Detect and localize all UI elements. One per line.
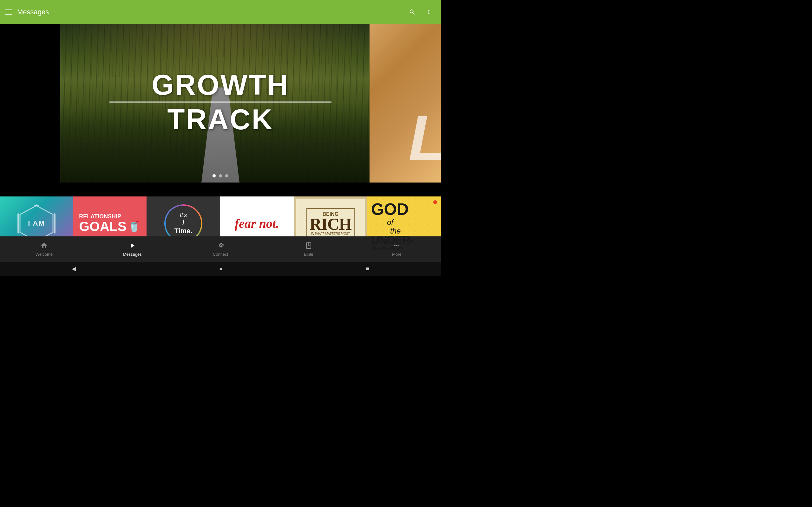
rich-main-label: RICH xyxy=(310,217,351,232)
goals-text-block: RELATIONSHIP GOALS 🥤 xyxy=(79,214,140,233)
time-slash-icon: / xyxy=(183,219,184,227)
system-nav-bar: ◀ ● ■ xyxy=(0,262,441,276)
time-its-label: It's xyxy=(180,212,187,219)
hero-left-panel xyxy=(0,24,60,182)
hero-pagination-dots xyxy=(212,174,229,177)
nav-messages-label: Messages xyxy=(123,252,142,257)
dot-3[interactable] xyxy=(225,174,229,177)
hero-title-block: GROWTH TRACK xyxy=(109,71,332,134)
search-button[interactable] xyxy=(405,5,419,19)
fear-label: fear not. xyxy=(235,216,279,231)
welcome-icon xyxy=(40,242,48,250)
menu-button[interactable] xyxy=(5,9,12,14)
hero-divider xyxy=(109,102,332,103)
goals-main-label: GOALS xyxy=(79,220,126,233)
more-options-button[interactable] xyxy=(422,5,436,19)
back-button[interactable]: ◀ xyxy=(72,265,76,272)
god-under-label: UNDER- xyxy=(371,235,414,245)
connect-icon xyxy=(217,242,224,250)
svg-marker-0 xyxy=(20,206,53,241)
goals-milkshake-icon: 🥤 xyxy=(128,221,141,232)
nav-connect-label: Connect xyxy=(213,252,228,257)
app-bar-actions xyxy=(405,5,436,19)
god-text-block: GOD of the UNDER- DOGS xyxy=(371,200,414,250)
god-of-label: of xyxy=(387,218,414,227)
recents-button[interactable]: ■ xyxy=(366,266,369,272)
dot-1[interactable] xyxy=(212,174,216,177)
rich-sub-label: in what matters most xyxy=(310,232,351,235)
hero-banner[interactable]: GROWTH TRACK xyxy=(0,24,441,182)
dot-2[interactable] xyxy=(219,174,222,177)
nav-welcome-label: Welcome xyxy=(36,252,53,257)
god-word-label: GOD xyxy=(371,200,414,218)
hero-title-line1: GROWTH xyxy=(109,71,332,99)
nav-welcome[interactable]: Welcome xyxy=(0,236,88,262)
page-title: Messages xyxy=(17,8,405,16)
time-time-label: Time. xyxy=(174,227,192,235)
nav-bible-label: Bible xyxy=(304,252,313,257)
home-button[interactable]: ● xyxy=(219,266,223,272)
nav-messages[interactable]: Messages xyxy=(88,236,176,262)
nav-bible[interactable]: Bible xyxy=(264,236,353,262)
nav-connect[interactable]: Connect xyxy=(176,236,264,262)
hero-title-line2: TRACK xyxy=(109,105,332,134)
nav-more-label: More xyxy=(392,252,402,257)
rich-inner-block: BEING RICH in what matters most xyxy=(306,208,355,239)
bible-icon xyxy=(305,242,312,250)
app-bar: Messages xyxy=(0,0,441,24)
messages-icon xyxy=(129,242,136,250)
hero-right-panel xyxy=(369,24,441,182)
god-accent-dot xyxy=(433,200,437,204)
